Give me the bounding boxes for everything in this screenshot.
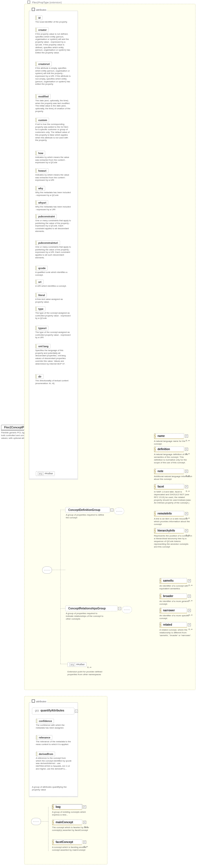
expand-icon[interactable] [188,609,191,612]
element-name: facetConcept [56,840,73,843]
expand-group-quant[interactable]: − [75,710,78,713]
expand-icon[interactable] [185,470,188,473]
attr-name: literal [38,294,45,297]
attr-creatoruri: creatoruriIf the attribute is empty, spe… [35,62,71,86]
element-remoteinfo[interactable]: remoteInfo0..∞ [154,511,184,516]
extension-frame: Flex1PropType (extension) attributes idT… [24,4,196,690]
element-doc: A natural language definition of the sem… [154,453,193,464]
attr-name: creator [38,29,47,31]
element-doc: An identifier of a more generic concept. [160,599,195,606]
expand-icon[interactable] [185,447,188,451]
attr-name: howuri [38,169,47,172]
attr-name: why [38,187,43,190]
expand-icon[interactable] [185,512,188,515]
expand-group-def[interactable]: − [110,508,113,512]
attr-name: id [38,17,40,19]
attr-confidence: confidenceThe confidence with which the … [36,719,72,729]
expand-icon[interactable] [83,805,86,808]
attr-name: modified [38,95,49,98]
element-sameas[interactable]: sameAs0..∞ [160,578,187,583]
expand-icon[interactable] [185,434,188,437]
element-narrower[interactable]: narrower0..∞ [160,608,187,613]
element-name: hierarchyInfo [158,529,175,532]
element-doc: An identifier of a more specific concept… [160,614,195,620]
expand-icon[interactable] [188,579,191,582]
element-name: bag [56,805,61,808]
attr-doc: The confidence with which the metadata h… [36,723,72,729]
attr-literal: literalA free-text value assigned as pro… [35,293,71,303]
element-doc: Represents the position of a concept in … [154,534,193,548]
attr-modified: modifiedThe date (and, optionally, the t… [35,94,71,113]
attr-doc: The type of the concept assigned as cont… [35,331,71,339]
attr-doc: Why the metadata has been included - exp… [35,205,71,211]
element-related[interactable]: related0..∞ [160,622,187,627]
expand-icon[interactable] [185,485,188,488]
extension-frame-label: Flex1PropType (extension) [26,0,63,4]
attr-doc: One or many constraints that apply to pu… [35,245,71,259]
expand-group-rel[interactable]: − [118,607,121,610]
attr-name: relevance [39,736,50,739]
attr-whyuri: whyuriWhy the metadata has been included… [35,200,71,211]
attr-typeuri: typeuriThe type of the concept assigned … [35,326,71,339]
group-concept-relationships-title: ConceptRelationshipsGroup [68,607,115,610]
expand-icon[interactable] [185,529,188,532]
attr-name: custom [38,119,47,122]
attr-name: xml:lang [38,345,49,348]
attr-doc: Indicates by which means the value was e… [35,173,71,182]
attr-name: dir [38,375,41,378]
attr-derivedfrom: derivedfromA reference to the concept fr… [36,752,72,770]
element-broader[interactable]: broader0..∞ [160,593,187,599]
attributes-frame: attributes idThe local identifier of the… [29,11,78,479]
element-name: remoteInfo [158,512,172,515]
attr-doc: The date (and, optionally, the time) whe… [35,99,71,113]
group-quantify-attributes-doc: A group of attributes quantifying the pr… [32,785,70,791]
element-hierarchyinfo[interactable]: hierarchyInfo0..∞ [154,528,184,533]
element-doc: A concept which is faceting another conc… [52,845,91,851]
attr-dir: dirThe directionality of textual content… [35,374,71,384]
expand-icon[interactable] [83,840,86,843]
element-name: note [158,470,163,473]
attr-qcode: qcodeA qualified code which identifies a… [35,266,71,276]
group-concept-relationships[interactable]: ConceptRelationshipsGroup − [65,606,118,611]
bottom-attributes-frame: attributes grp quantifyAttributes − conf… [29,702,78,797]
group-quantify-attributes: grp quantifyAttributes − [32,708,74,714]
element-doc: An identifier of a concept with equivale… [160,584,195,590]
attr-doc: The local identifier of the property. [35,20,71,23]
attr-custom: customIf set to true the corresponding p… [35,118,71,142]
sequence-rel [122,606,132,613]
element-mainconcept[interactable]: mainConcept0..1 [52,819,82,825]
attr-name: pubconstrainturi [38,242,58,244]
attr-name: whyuri [38,202,46,204]
expand-icon[interactable] [188,594,191,597]
element-doc: In NAR 1.8 and later, facet is deprecate… [154,490,193,504]
attr-uri: uriA URI which identifies a concept. [35,280,71,287]
sequence-bottom [31,818,41,825]
element-facetconcept[interactable]: facetConcept0..∞ [52,839,82,845]
element-name: sameAs [163,579,173,582]
extension-frame-ext: (extension) [50,1,62,4]
attr-name: derivedfrom [39,753,53,755]
element-name[interactable]: name0..∞ [154,433,184,438]
group-concept-definition[interactable]: ConceptDefinitionGroup − [65,507,110,513]
attr-doc: A free-text value assigned as property v… [35,298,71,303]
attr-id: idThe local identifier of the property. [35,16,71,23]
any-attribute: any##other [36,471,55,476]
element-facet[interactable]: facet0..∞ [154,484,184,489]
attr-type: typeThe type of the concept assigned as … [35,307,71,320]
element-note[interactable]: note0..∞ [154,468,184,474]
attr-doc: A reference to the concept from which th… [36,756,72,770]
bottom-frame: attributes grp quantifyAttributes − conf… [24,696,107,864]
element-doc: A group of existing concepts which expre… [52,810,91,816]
expand-icon[interactable] [188,623,191,626]
attr-howuri: howuriIndicates by which means the value… [35,168,71,182]
bottom-attributes-label: attributes [31,699,47,703]
attr-doc: A qualified code which identifies a conc… [35,271,71,276]
element-name: definition [158,447,170,451]
expand-icon[interactable] [83,821,86,824]
attr-doc: The relevance of the metadata to the new… [36,740,72,746]
group-quantify-attributes-title: grp quantifyAttributes [35,709,72,712]
attr-pubconstraint: pubconstraintOne or many constraints tha… [35,214,71,233]
element-bag[interactable]: bag [52,804,82,809]
element-definition[interactable]: definition0..∞ [154,446,184,452]
attr-name: typeuri [38,327,47,330]
